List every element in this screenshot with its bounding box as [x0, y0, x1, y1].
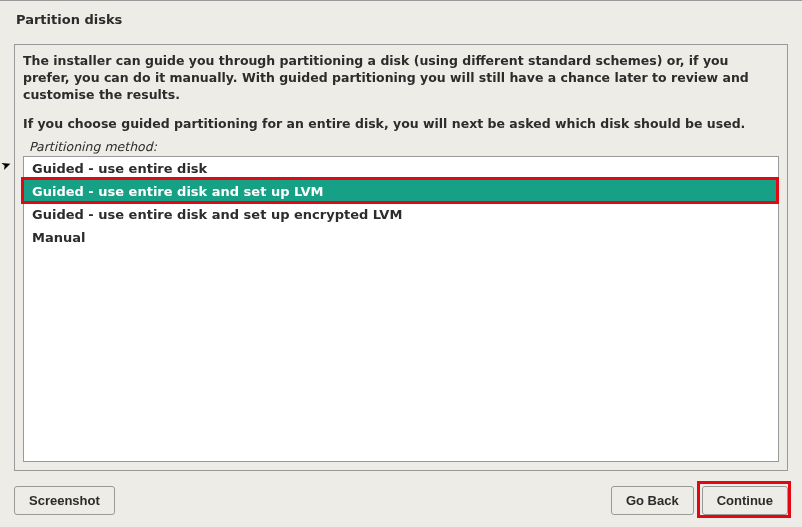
partitioning-option[interactable]: Guided - use entire disk and set up LVM: [24, 180, 778, 203]
page-title: Partition disks: [16, 12, 122, 27]
description-text-1: The installer can guide you through part…: [23, 53, 779, 104]
screenshot-button[interactable]: Screenshot: [14, 486, 115, 515]
top-border: [0, 0, 802, 1]
right-button-group: Go Back Continue: [611, 486, 788, 515]
partitioning-option[interactable]: Manual: [24, 226, 778, 249]
partitioning-method-label: Partitioning method:: [29, 139, 779, 154]
go-back-button[interactable]: Go Back: [611, 486, 694, 515]
partitioning-method-list[interactable]: Guided - use entire diskGuided - use ent…: [23, 156, 779, 462]
partitioning-option[interactable]: Guided - use entire disk and set up encr…: [24, 203, 778, 226]
continue-button[interactable]: Continue: [702, 486, 788, 515]
bottom-bar: Screenshot Go Back Continue: [14, 483, 788, 517]
cursor-icon: ➤: [0, 157, 13, 174]
description-text-2: If you choose guided partitioning for an…: [23, 116, 779, 133]
partitioning-option[interactable]: Guided - use entire disk: [24, 157, 778, 180]
content-panel: The installer can guide you through part…: [14, 44, 788, 471]
